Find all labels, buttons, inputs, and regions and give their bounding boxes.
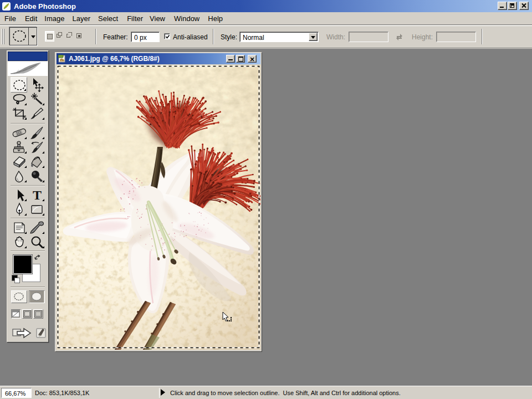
svg-text:T: T xyxy=(33,188,42,202)
